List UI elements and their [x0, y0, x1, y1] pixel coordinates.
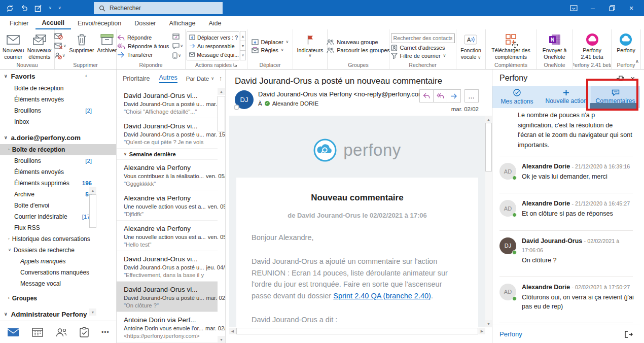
- reply-icon[interactable]: [419, 89, 434, 102]
- folder-junk[interactable]: Courrier indésirable[17]: [0, 211, 116, 222]
- message-row[interactable]: David Jourand-Orus vi... David Jourand-O…: [117, 118, 218, 149]
- folder-missed-conversations[interactable]: Conversations manquées: [0, 267, 116, 278]
- sort-direction-icon[interactable]: ↑: [219, 75, 222, 82]
- new-group-button[interactable]: Nouveau groupe: [327, 39, 390, 45]
- junk-button[interactable]: ∨: [54, 42, 66, 50]
- scroll-up-icon[interactable]: ▲: [240, 31, 246, 41]
- calendar-module-icon[interactable]: [32, 327, 43, 337]
- message-row[interactable]: David Jourand-Orus vi... David Jourand-O…: [117, 88, 218, 118]
- scroll-up-icon[interactable]: ▲: [218, 88, 225, 95]
- get-addins-button[interactable]: Télécharger des compléments: [487, 31, 535, 60]
- tab-nouvelle-action[interactable]: Nouvelle action: [542, 86, 591, 108]
- ribbon-display-options-icon[interactable]: [564, 0, 583, 16]
- folder-sent[interactable]: Éléments envoyés: [0, 166, 116, 178]
- new-mail-button[interactable]: Nouveau courrier: [1, 31, 25, 60]
- reply-all-icon[interactable]: [433, 89, 447, 102]
- folder-rss[interactable]: Flux RSS: [0, 222, 116, 233]
- folder-inbox[interactable]: ›Boîte de réception: [0, 144, 116, 155]
- scroll-down-icon[interactable]: ▼: [218, 336, 225, 343]
- sort-dropdown[interactable]: Par Date∨: [186, 76, 214, 82]
- scroll-down-icon[interactable]: ▼: [485, 320, 492, 327]
- qat-customize-icon[interactable]: ∨: [58, 6, 61, 10]
- message-row[interactable]: Alexandre via Perfony Une nouvelle actio…: [117, 190, 218, 221]
- message-row-selected[interactable]: David Jourand-Orus vi... David Jourand-O…: [117, 282, 218, 312]
- send-receive-icon[interactable]: [6, 5, 14, 12]
- folder-groups[interactable]: ›Groupes: [0, 293, 116, 304]
- mail-module-icon[interactable]: [7, 328, 19, 337]
- collapse-folder-pane-icon[interactable]: ‹: [85, 73, 87, 79]
- folder-pane-scrollbar[interactable]: ▲ ▼: [89, 187, 96, 316]
- sender-avatar[interactable]: DJ: [235, 90, 254, 109]
- scroll-left-icon[interactable]: ◀: [229, 328, 236, 334]
- tab-mes-actions[interactable]: Mes actions: [492, 86, 542, 108]
- scroll-down-icon[interactable]: ▼: [240, 41, 246, 51]
- perfony-beta-button[interactable]: Perfony2.41 beta: [579, 31, 604, 60]
- tab-affichage[interactable]: Affichage: [163, 16, 202, 29]
- perfony-footer-link[interactable]: Perfony: [499, 330, 625, 338]
- tab-aide[interactable]: Aide: [202, 16, 228, 29]
- message-row[interactable]: Alexandre via Perfony Vous contribuez à …: [117, 160, 218, 190]
- folder-drafts[interactable]: Brouillons[2]: [0, 155, 116, 166]
- search-bar[interactable]: [94, 2, 223, 14]
- folder-sent-fav[interactable]: Éléments envoyés: [0, 94, 116, 105]
- rules-button[interactable]: Règles∨: [252, 47, 289, 53]
- sign-out-icon[interactable]: [625, 331, 633, 338]
- folder-drafts-fav[interactable]: Brouillons[2]: [0, 105, 116, 116]
- chevron-down-icon[interactable]: ∨: [49, 6, 52, 10]
- filter-email-button[interactable]: Filtre de courrier∨: [391, 53, 455, 59]
- tab-dossier[interactable]: Dossier: [128, 16, 162, 29]
- delete-button[interactable]: Supprimer: [68, 31, 96, 60]
- comment-item[interactable]: AD Alexandre Dorie - 02/02/2021 à 17:50:…: [492, 277, 640, 317]
- scroll-right-icon[interactable]: ▶: [479, 328, 485, 334]
- close-button[interactable]: ×: [622, 0, 641, 16]
- collapse-ribbon-icon[interactable]: ∧: [635, 58, 639, 64]
- favoris-section-header[interactable]: ∨Favoris: [0, 70, 116, 83]
- folder-missed-calls[interactable]: Appels manqués: [0, 256, 116, 267]
- forward-icon[interactable]: [447, 89, 461, 102]
- im-reply-button[interactable]: ∨: [172, 42, 183, 50]
- meeting-button[interactable]: [172, 32, 183, 40]
- more-modules-icon[interactable]: •••: [101, 329, 110, 336]
- message-list-scrollbar[interactable]: ▲ ▼: [218, 88, 225, 343]
- forward-button[interactable]: Transférer: [117, 52, 169, 58]
- comment-item[interactable]: AD Alexandre Dorie - 21/12/2020 à 16:39:…: [492, 156, 640, 187]
- mobile-reply-button[interactable]: ∨: [172, 52, 183, 59]
- comment-item[interactable]: DJ David Jourand-Orus - 02/02/2021 à 17:…: [492, 231, 640, 271]
- reading-vertical-scrollbar[interactable]: ▲ ▼: [485, 116, 492, 327]
- sprint-link[interactable]: Sprint 2.40 QA (branche 2.40): [333, 292, 431, 300]
- scroll-up-icon[interactable]: ▲: [485, 116, 492, 123]
- quick-step-to-manager[interactable]: Au responsable: [187, 42, 239, 50]
- scrollbar-thumb[interactable]: [89, 194, 96, 228]
- tasks-module-icon[interactable]: [80, 327, 89, 337]
- folder-inbox2-fav[interactable]: Inbox: [0, 116, 116, 127]
- comment-item[interactable]: AD Alexandre Dorie - 21/12/2020 à 16:45:…: [492, 193, 640, 224]
- archive-button[interactable]: Archiver: [95, 31, 118, 60]
- find-contacts-input[interactable]: [391, 33, 455, 43]
- read-aloud-button[interactable]: A Fonctionvocale ∨: [459, 31, 483, 60]
- gallery-more-icon[interactable]: ∨: [240, 50, 246, 60]
- perfony-button[interactable]: Perfony: [615, 31, 637, 60]
- ignore-button[interactable]: [54, 32, 66, 40]
- scrollbar-thumb[interactable]: [236, 328, 478, 334]
- flags-button[interactable]: Indicateurs ∨: [296, 31, 325, 60]
- folder-deleted[interactable]: Éléments supprimés196: [0, 178, 116, 189]
- compose-icon[interactable]: [34, 5, 42, 12]
- tab-fichier[interactable]: Fichier: [3, 16, 35, 29]
- scroll-down-icon[interactable]: ▼: [89, 308, 96, 316]
- scrollbar-thumb[interactable]: [218, 96, 225, 131]
- folder-outbox[interactable]: Boîte d'envoi: [0, 200, 116, 211]
- new-items-button[interactable]: Nouveaux éléments: [25, 31, 53, 60]
- quick-step-move-to[interactable]: Déplacer vers : ?: [187, 33, 239, 42]
- undo-icon[interactable]: [20, 5, 28, 12]
- folder-conversation-history[interactable]: ›Historique des conversations: [0, 233, 116, 245]
- reply-button[interactable]: Répondre: [117, 35, 169, 41]
- folder-voicemail[interactable]: Message vocal: [0, 278, 116, 289]
- message-row[interactable]: Alexandre via Perfony Une nouvelle actio…: [117, 221, 218, 251]
- people-module-icon[interactable]: [56, 328, 67, 337]
- folder-inbox-fav[interactable]: Boîte de réception: [0, 83, 116, 94]
- scrollbar-thumb[interactable]: [485, 123, 492, 172]
- message-row[interactable]: David Jourand-Orus vi... David Jourand-O…: [117, 251, 218, 282]
- scroll-up-icon[interactable]: ▲: [89, 187, 96, 194]
- folder-archive[interactable]: Archive59: [0, 189, 116, 200]
- restore-button[interactable]: [602, 0, 622, 16]
